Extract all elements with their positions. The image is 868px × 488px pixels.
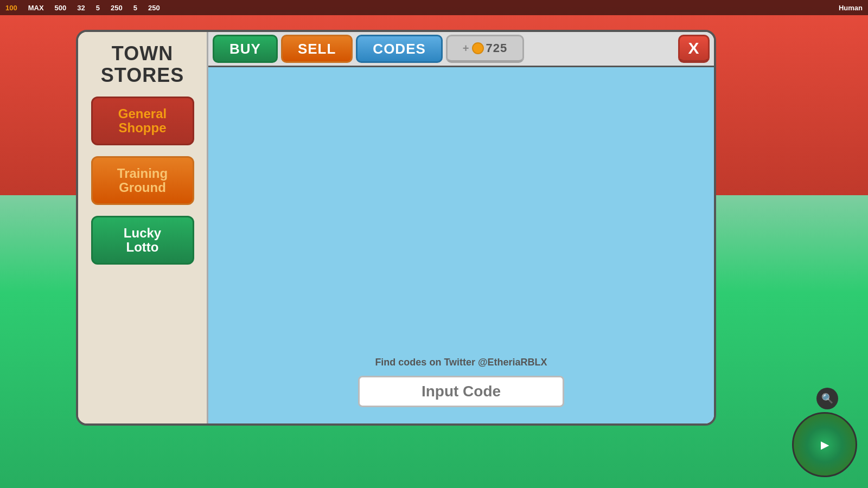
- hud-stat-8: 250: [148, 4, 160, 12]
- content-area: BUY SELL CODES + 725 X Find codes on Twi…: [208, 32, 714, 423]
- buy-tab[interactable]: BUY: [213, 35, 278, 63]
- hud-stat-7: 5: [133, 4, 137, 12]
- code-input[interactable]: [358, 376, 564, 407]
- coin-icon: [472, 42, 484, 54]
- hud-stat-4: 32: [77, 4, 85, 12]
- currency-amount: 725: [486, 41, 508, 55]
- tab-bar: BUY SELL CODES + 725 X: [208, 32, 714, 67]
- codes-hint-text: Find codes on Twitter @EtheriaRBLX: [375, 357, 547, 368]
- sidebar: TOWNSTORES General Shoppe Training Groun…: [78, 32, 208, 423]
- currency-tab[interactable]: + 725: [446, 35, 524, 63]
- codes-panel: Find codes on Twitter @EtheriaRBLX: [208, 67, 714, 423]
- lucky-lotto-button[interactable]: Lucky Lotto: [91, 216, 194, 265]
- hud-stat-6: 250: [111, 4, 123, 12]
- minimap: ▶: [792, 412, 857, 477]
- general-shoppe-button[interactable]: General Shoppe: [91, 97, 194, 145]
- currency-plus: +: [463, 42, 470, 55]
- minimap-zoom-button[interactable]: 🔍: [816, 388, 838, 409]
- sidebar-title: TOWNSTORES: [101, 43, 184, 86]
- main-modal: TOWNSTORES General Shoppe Training Groun…: [76, 30, 716, 426]
- hud-stat-1: 100: [5, 4, 17, 12]
- hud-stat-3: 500: [55, 4, 67, 12]
- hud-player-type: Human: [839, 4, 863, 12]
- sell-tab[interactable]: SELL: [281, 35, 353, 63]
- hud-stat-2: MAX: [28, 4, 44, 12]
- hud-stat-5: 5: [96, 4, 100, 12]
- codes-tab[interactable]: CODES: [356, 35, 442, 63]
- training-ground-button[interactable]: Training Ground: [91, 156, 194, 205]
- minimap-marker: ▶: [821, 438, 829, 451]
- zoom-icon: 🔍: [821, 393, 833, 404]
- close-button[interactable]: X: [678, 35, 710, 63]
- hud-bar: 100 MAX 500 32 5 250 5 250 Human: [0, 0, 868, 15]
